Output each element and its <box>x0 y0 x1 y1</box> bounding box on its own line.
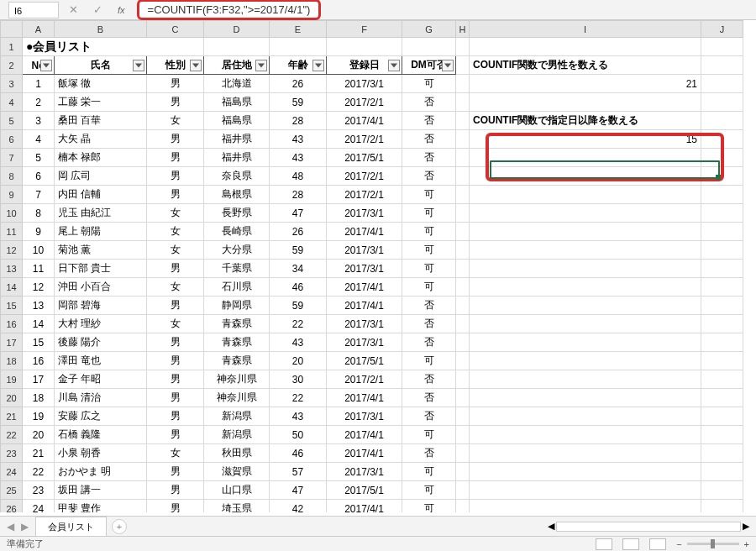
cell-place[interactable]: 北海道 <box>204 75 270 93</box>
cell-place[interactable]: 静岡県 <box>204 296 270 315</box>
col-header[interactable]: F <box>327 21 402 38</box>
row-header[interactable]: 20 <box>1 389 23 407</box>
cell-name[interactable]: 大村 理紗 <box>55 315 147 333</box>
cell-dm[interactable]: 可 <box>402 186 456 204</box>
cell-age[interactable]: 59 <box>270 241 327 260</box>
view-normal-icon[interactable] <box>596 538 612 550</box>
row-header[interactable]: 7 <box>1 149 23 167</box>
cell-age[interactable]: 26 <box>270 223 327 241</box>
cell-dm[interactable]: 可 <box>402 481 456 500</box>
cell-name[interactable]: 日下部 貴士 <box>55 260 147 278</box>
cell-age[interactable]: 47 <box>270 204 327 223</box>
row-header[interactable]: 6 <box>1 130 23 149</box>
cell-dm[interactable]: 可 <box>402 278 456 296</box>
row-header[interactable]: 12 <box>1 241 23 260</box>
cell-dm[interactable]: 可 <box>402 352 456 370</box>
cell-no[interactable]: 8 <box>23 204 55 223</box>
row-header[interactable]: 11 <box>1 223 23 241</box>
filter-icon[interactable] <box>442 60 454 71</box>
cell-age[interactable]: 46 <box>270 444 327 463</box>
cell-age[interactable]: 59 <box>270 93 327 112</box>
cell-sex[interactable]: 女 <box>147 278 204 296</box>
cell-sex[interactable]: 男 <box>147 407 204 426</box>
cell-place[interactable]: 大分県 <box>204 241 270 260</box>
filter-icon[interactable] <box>312 60 324 71</box>
cell-date[interactable]: 2017/4/1 <box>327 500 402 513</box>
cell-dm[interactable]: 否 <box>402 333 456 352</box>
row-header[interactable]: 3 <box>1 75 23 93</box>
cell-date[interactable]: 2017/3/1 <box>327 315 402 333</box>
table-header[interactable]: No <box>23 56 55 75</box>
cell-age[interactable]: 42 <box>270 500 327 513</box>
filter-icon[interactable] <box>388 60 400 71</box>
table-header[interactable]: DM可否 <box>402 56 456 75</box>
col-header[interactable]: G <box>402 21 456 38</box>
cell-dm[interactable]: 否 <box>402 149 456 167</box>
cell-name[interactable]: 沖田 小百合 <box>55 278 147 296</box>
cell-no[interactable]: 4 <box>23 130 55 149</box>
cell-date[interactable]: 2017/2/1 <box>327 93 402 112</box>
cell-place[interactable]: 山口県 <box>204 481 270 500</box>
cell-no[interactable]: 5 <box>23 149 55 167</box>
cell-dm[interactable]: 可 <box>402 75 456 93</box>
cell-place[interactable]: 新潟県 <box>204 407 270 426</box>
scroll-track[interactable] <box>556 522 741 532</box>
name-box[interactable]: I6 <box>8 2 59 18</box>
cell-place[interactable]: 神奈川県 <box>204 389 270 407</box>
row-header[interactable]: 13 <box>1 260 23 278</box>
cell-sex[interactable]: 男 <box>147 130 204 149</box>
horizontal-scroll[interactable]: ◀ ▶ <box>548 521 749 532</box>
side-title-2[interactable]: COUNTIF関数で指定日以降を数える <box>470 112 701 130</box>
cell-sex[interactable]: 男 <box>147 370 204 389</box>
cell-name[interactable]: 児玉 由紀江 <box>55 204 147 223</box>
cell-age[interactable]: 43 <box>270 333 327 352</box>
filter-icon[interactable] <box>190 60 202 71</box>
cell-age[interactable]: 43 <box>270 149 327 167</box>
cell-age[interactable]: 22 <box>270 389 327 407</box>
cell-name[interactable]: 菊池 薫 <box>55 241 147 260</box>
cell-no[interactable]: 14 <box>23 315 55 333</box>
row-header[interactable]: 16 <box>1 315 23 333</box>
cell-age[interactable]: 22 <box>270 315 327 333</box>
cell-sex[interactable]: 男 <box>147 352 204 370</box>
row-header[interactable]: 19 <box>1 370 23 389</box>
cell-dm[interactable]: 否 <box>402 444 456 463</box>
cell-sex[interactable]: 男 <box>147 167 204 186</box>
cell-dm[interactable]: 否 <box>402 389 456 407</box>
cell-name[interactable]: 岡 広司 <box>55 167 147 186</box>
cell-sex[interactable]: 男 <box>147 500 204 513</box>
cell-dm[interactable]: 可 <box>402 241 456 260</box>
cell-name[interactable]: 桑田 百華 <box>55 112 147 130</box>
row-header[interactable]: 18 <box>1 352 23 370</box>
cell-date[interactable]: 2017/5/1 <box>327 481 402 500</box>
cell-place[interactable]: 秋田県 <box>204 444 270 463</box>
cell-age[interactable]: 43 <box>270 407 327 426</box>
cell-date[interactable]: 2017/5/1 <box>327 352 402 370</box>
cell-age[interactable]: 34 <box>270 260 327 278</box>
cell-age[interactable]: 47 <box>270 481 327 500</box>
cell-date[interactable]: 2017/3/1 <box>327 407 402 426</box>
cell-sex[interactable]: 女 <box>147 444 204 463</box>
cell-date[interactable]: 2017/3/1 <box>327 260 402 278</box>
row-header[interactable]: 4 <box>1 93 23 112</box>
col-header[interactable]: I <box>470 21 701 38</box>
cell-sex[interactable]: 女 <box>147 315 204 333</box>
cell-sex[interactable]: 女 <box>147 241 204 260</box>
cell-no[interactable]: 10 <box>23 241 55 260</box>
cell-date[interactable]: 2017/3/1 <box>327 204 402 223</box>
cell-sex[interactable]: 男 <box>147 260 204 278</box>
cell-no[interactable]: 7 <box>23 186 55 204</box>
cell-sex[interactable]: 男 <box>147 149 204 167</box>
cell-place[interactable]: 青森県 <box>204 352 270 370</box>
cell-no[interactable]: 21 <box>23 444 55 463</box>
cell-sex[interactable]: 男 <box>147 296 204 315</box>
zoom-out-icon[interactable]: − <box>676 539 681 549</box>
cell-name[interactable]: 工藤 栄一 <box>55 93 147 112</box>
cell-date[interactable]: 2017/2/1 <box>327 130 402 149</box>
cell-name[interactable]: 岡部 碧海 <box>55 296 147 315</box>
cell-dm[interactable]: 否 <box>402 130 456 149</box>
cell-no[interactable]: 3 <box>23 112 55 130</box>
cell-place[interactable]: 奈良県 <box>204 167 270 186</box>
cell-name[interactable]: 甲斐 豊作 <box>55 500 147 513</box>
cell-name[interactable]: 尾上 朝陽 <box>55 223 147 241</box>
